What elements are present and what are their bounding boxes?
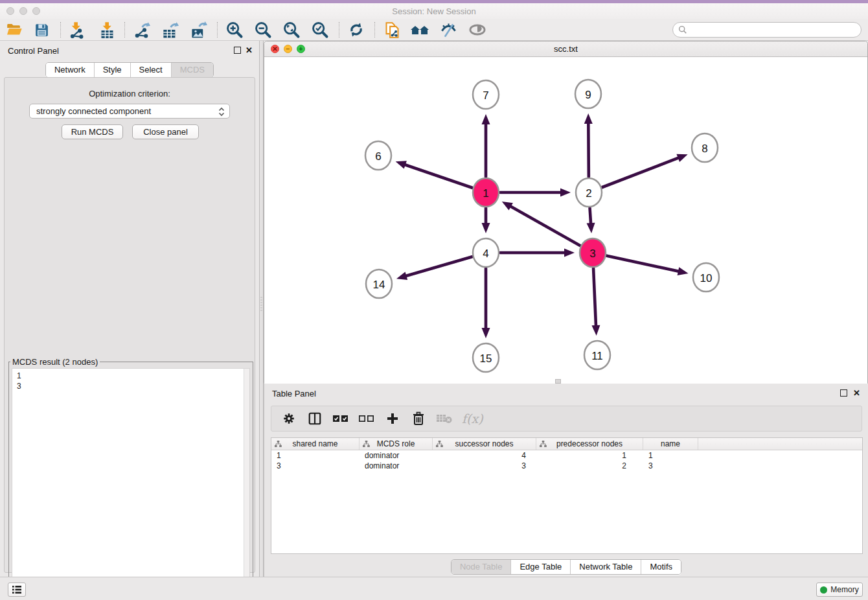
- edge-3-10[interactable]: [607, 256, 680, 271]
- mcds-result-box: MCDS result (2 nodes) 13: [8, 357, 253, 600]
- table-cell[interactable]: 1: [643, 450, 698, 461]
- arrowhead: [396, 161, 407, 168]
- float-table-panel-icon[interactable]: [840, 389, 847, 397]
- export-network-icon[interactable]: [131, 21, 151, 39]
- node-label-10: 10: [700, 272, 713, 284]
- table-cell[interactable]: 3: [433, 461, 536, 471]
- export-table-icon[interactable]: [160, 21, 179, 39]
- column-header-name[interactable]: name: [643, 438, 698, 450]
- tab-edge-table[interactable]: Edge Table: [511, 560, 571, 574]
- table-cell[interactable]: 3: [643, 461, 698, 471]
- optimization-criterion-label: Optimization criterion:: [5, 89, 255, 98]
- zoom-out-icon[interactable]: [253, 21, 273, 39]
- arrowhead: [564, 249, 575, 257]
- network-view-window: scc.txt ✕ − + 7968124314101511: [264, 41, 868, 384]
- scrollbar[interactable]: [244, 369, 249, 599]
- save-session-icon[interactable]: [32, 21, 51, 39]
- tab-style[interactable]: Style: [95, 63, 131, 77]
- mcds-result-list[interactable]: 13: [12, 368, 250, 599]
- tab-network-table[interactable]: Network Table: [571, 560, 641, 574]
- hierarchy-icon: [540, 441, 547, 448]
- run-mcds-button[interactable]: Run MCDS: [62, 124, 123, 139]
- table-cell[interactable]: 1: [536, 450, 643, 461]
- splitter-handle[interactable]: [260, 297, 262, 311]
- show-panels-button[interactable]: [8, 583, 26, 597]
- arrowhead: [482, 223, 490, 233]
- mcds-result-item[interactable]: 3: [17, 381, 249, 391]
- network-title: scc.txt: [264, 44, 867, 54]
- mcds-panel: Optimization criterion: strongly connect…: [4, 77, 255, 573]
- horizontal-splitter-handle[interactable]: [555, 379, 561, 384]
- arrowhead: [482, 328, 490, 338]
- select-all-columns-icon[interactable]: [332, 410, 349, 427]
- criterion-dropdown[interactable]: strongly connected component: [29, 104, 230, 119]
- zoom-in-icon[interactable]: [225, 21, 244, 39]
- clone-network-icon[interactable]: [382, 21, 402, 39]
- delete-column-icon[interactable]: [410, 410, 427, 427]
- memory-status-icon: [820, 586, 827, 594]
- control-panel-tabs: NetworkStyleSelectMCDS: [0, 62, 259, 78]
- edge-4-14[interactable]: [405, 257, 472, 276]
- list-icon: [12, 585, 22, 594]
- hierarchy-icon: [363, 441, 370, 448]
- network-window-titlebar: scc.txt ✕ − +: [264, 41, 867, 57]
- edge-2-3[interactable]: [590, 208, 591, 224]
- float-panel-icon[interactable]: [234, 47, 241, 54]
- node-label-3: 3: [589, 248, 595, 260]
- arrowhead: [584, 113, 593, 124]
- arrowhead: [591, 325, 600, 336]
- table-row[interactable]: 1dominator411: [271, 450, 862, 461]
- edge-1-6[interactable]: [404, 165, 472, 188]
- tab-motifs[interactable]: Motifs: [641, 560, 681, 574]
- column-header-predecessor-nodes[interactable]: predecessor nodes: [536, 438, 643, 450]
- tab-node-table[interactable]: Node Table: [451, 560, 512, 574]
- tab-select[interactable]: Select: [131, 63, 172, 77]
- memory-button[interactable]: Memory: [816, 583, 863, 597]
- import-network-icon[interactable]: [66, 21, 86, 39]
- column-header-shared-name[interactable]: shared name: [271, 438, 360, 450]
- tab-mcds[interactable]: MCDS: [172, 63, 213, 77]
- column-layout-icon[interactable]: [306, 410, 323, 427]
- zoom-selected-icon[interactable]: [310, 21, 330, 39]
- zoom-fit-icon[interactable]: [282, 21, 301, 39]
- node-table[interactable]: shared nameMCDS rolesuccessor nodesprede…: [271, 437, 863, 554]
- edge-3-1[interactable]: [510, 206, 580, 246]
- table-cell[interactable]: dominator: [360, 450, 433, 461]
- home-icon[interactable]: [410, 21, 429, 39]
- hierarchy-icon: [275, 441, 282, 448]
- vertical-splitter[interactable]: [259, 41, 264, 577]
- close-table-panel-icon[interactable]: ✕: [853, 388, 860, 398]
- table-cell[interactable]: 2: [536, 461, 643, 471]
- session-title: Session: New Session: [0, 6, 868, 16]
- apply-layout-icon[interactable]: [347, 21, 366, 39]
- edge-3-11[interactable]: [593, 268, 596, 327]
- close-panel-icon[interactable]: ✕: [246, 45, 253, 55]
- column-header-successor-nodes[interactable]: successor nodes: [433, 438, 536, 450]
- unselect-all-columns-icon[interactable]: [358, 410, 375, 427]
- table-options-icon[interactable]: [280, 410, 297, 427]
- table-cell[interactable]: 1: [271, 450, 360, 461]
- control-panel-header: Control Panel ✕: [0, 41, 259, 60]
- edge-2-9[interactable]: [588, 122, 589, 177]
- edge-2-8[interactable]: [602, 157, 680, 187]
- table-cell[interactable]: 3: [271, 461, 360, 471]
- show-all-icon[interactable]: [468, 21, 487, 39]
- hide-selected-icon[interactable]: [439, 21, 458, 39]
- node-label-8: 8: [702, 143, 707, 155]
- delete-table-icon: [436, 410, 453, 427]
- table-row[interactable]: 3dominator323: [271, 461, 862, 471]
- tab-network[interactable]: Network: [46, 63, 95, 77]
- table-cell[interactable]: 4: [433, 450, 536, 461]
- mcds-result-item[interactable]: 1: [17, 371, 249, 381]
- network-canvas[interactable]: 7968124314101511: [264, 57, 867, 384]
- add-column-icon[interactable]: [384, 410, 401, 427]
- close-panel-label: Close panel: [143, 127, 188, 137]
- table-cell[interactable]: dominator: [360, 461, 433, 471]
- network-graph[interactable]: 7968124314101511: [264, 57, 867, 384]
- open-session-icon[interactable]: [5, 21, 24, 39]
- close-panel-button[interactable]: Close panel: [132, 124, 199, 139]
- export-image-icon[interactable]: [188, 21, 208, 39]
- column-header-MCDS-role[interactable]: MCDS role: [360, 438, 433, 450]
- import-table-icon[interactable]: [97, 21, 117, 39]
- search-input[interactable]: [672, 22, 862, 38]
